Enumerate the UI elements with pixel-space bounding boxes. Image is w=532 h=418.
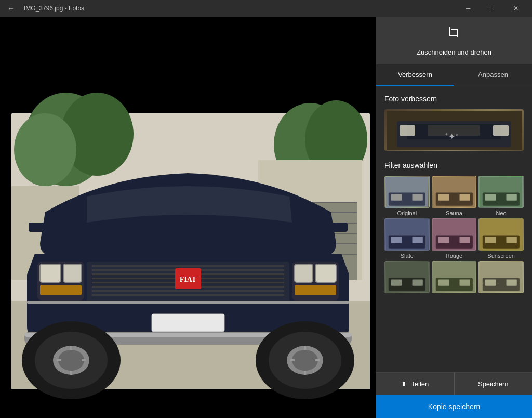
filter-label-original: Original — [397, 210, 417, 216]
svg-rect-29 — [40, 264, 61, 282]
svg-rect-94 — [438, 237, 449, 243]
svg-rect-65 — [451, 29, 458, 30]
window-controls: ─ □ ✕ — [456, 0, 528, 17]
enhance-preview-image: ✦ ✧ ✦ — [384, 109, 524, 151]
svg-text:✧: ✧ — [455, 132, 459, 138]
save-label: Speichern — [478, 380, 509, 388]
filter-label-neo: Neo — [496, 210, 507, 216]
svg-rect-79 — [412, 194, 422, 201]
crop-header: Zuschneiden und drehen — [376, 17, 532, 64]
filter-original[interactable]: Original — [384, 176, 430, 216]
share-icon: ⬆ — [401, 380, 407, 388]
svg-rect-95 — [459, 237, 470, 243]
filter-thumb-sauna — [432, 176, 477, 208]
window-title: IMG_3796.jpg - Fotos — [24, 5, 84, 12]
right-panel: Zuschneiden und drehen Verbessern Anpass… — [376, 17, 532, 418]
filter-thumb-original — [384, 176, 430, 208]
filter-label-slate: Slate — [401, 253, 414, 259]
svg-point-47 — [58, 350, 84, 371]
svg-rect-71 — [493, 125, 509, 136]
svg-rect-31 — [63, 264, 82, 282]
tabs-bar: Verbessern Anpassen — [376, 64, 532, 86]
filter-label-sauna: Sauna — [446, 210, 462, 216]
svg-text:FIAT: FIAT — [180, 276, 197, 283]
filter-grid-row1: Original Sauna — [384, 176, 524, 216]
save-copy-bar[interactable]: Kopie speichern — [376, 395, 532, 418]
svg-rect-61 — [29, 223, 44, 232]
crop-icon — [446, 25, 462, 45]
svg-rect-83 — [459, 194, 470, 201]
svg-rect-90 — [391, 237, 402, 243]
filter-row3b[interactable] — [432, 261, 477, 295]
filter-thumb-row3c — [478, 261, 524, 293]
filter-section-title: Filter auswählen — [384, 161, 524, 169]
svg-rect-107 — [459, 279, 470, 285]
svg-rect-25 — [92, 294, 284, 296]
filter-grid-row2: Slate Rouge — [384, 218, 524, 259]
filter-label-rouge: Rouge — [446, 253, 462, 259]
svg-rect-60 — [27, 301, 349, 304]
svg-rect-99 — [507, 237, 517, 243]
crop-title: Zuschneiden und drehen — [417, 48, 491, 56]
maximize-button[interactable]: □ — [480, 0, 504, 17]
svg-rect-87 — [507, 194, 517, 201]
photo-area: FIAT — [0, 17, 376, 418]
svg-rect-35 — [295, 264, 313, 282]
filter-thumb-neo — [478, 176, 524, 208]
svg-rect-102 — [391, 279, 402, 285]
filter-row3c[interactable] — [478, 261, 524, 295]
filter-label-sunscreen: Sunscreen — [487, 253, 515, 259]
svg-point-55 — [292, 350, 318, 371]
svg-rect-78 — [391, 194, 402, 201]
car-photo: FIAT — [4, 25, 373, 410]
svg-rect-62 — [332, 223, 348, 232]
svg-rect-86 — [485, 194, 496, 201]
svg-rect-64 — [449, 35, 458, 36]
filter-sauna[interactable]: Sauna — [432, 176, 477, 216]
titlebar-left: ← IMG_3796.jpg - Fotos — [4, 3, 84, 14]
tab-anpassen[interactable]: Anpassen — [454, 64, 532, 86]
svg-rect-39 — [295, 285, 336, 295]
svg-text:✦: ✦ — [445, 132, 448, 137]
filter-thumb-row3b — [432, 261, 477, 293]
svg-rect-103 — [412, 279, 422, 285]
svg-text:✦: ✦ — [448, 132, 455, 141]
enhance-section-title: Foto verbessern — [384, 95, 524, 103]
filter-thumb-slate — [384, 218, 430, 251]
svg-rect-33 — [40, 285, 82, 295]
svg-rect-110 — [485, 279, 496, 285]
filter-thumb-sunscreen — [478, 218, 524, 251]
minimize-button[interactable]: ─ — [456, 0, 480, 17]
main-content: FIAT — [0, 17, 532, 418]
svg-rect-82 — [438, 194, 449, 201]
bottom-buttons: ⬆ Teilen Speichern — [376, 372, 532, 395]
svg-rect-91 — [412, 237, 422, 243]
svg-rect-18 — [92, 265, 284, 267]
filter-rouge[interactable]: Rouge — [432, 218, 477, 259]
svg-rect-63 — [449, 27, 450, 36]
svg-rect-66 — [457, 29, 458, 37]
filter-sunscreen[interactable]: Sunscreen — [478, 218, 524, 259]
filter-row3a[interactable] — [384, 261, 430, 295]
filter-grid-row3 — [384, 261, 524, 295]
enhance-preview[interactable]: ✦ ✧ ✦ — [384, 109, 524, 151]
filter-thumb-rouge — [432, 218, 477, 251]
close-button[interactable]: ✕ — [504, 0, 528, 17]
share-button[interactable]: ⬆ Teilen — [376, 373, 454, 395]
save-button[interactable]: Speichern — [454, 373, 533, 395]
svg-point-5 — [14, 113, 76, 186]
svg-rect-106 — [438, 279, 449, 285]
tab-verbessern[interactable]: Verbessern — [376, 64, 454, 86]
svg-rect-111 — [507, 279, 517, 285]
titlebar: ← IMG_3796.jpg - Fotos ─ □ ✕ — [0, 0, 532, 17]
svg-rect-42 — [152, 314, 224, 332]
panel-content: Foto verbessern ✦ — [376, 86, 532, 372]
svg-rect-37 — [315, 264, 336, 282]
svg-rect-24 — [92, 290, 284, 292]
back-button[interactable]: ← — [4, 3, 18, 14]
share-label: Teilen — [411, 380, 429, 388]
filter-neo[interactable]: Neo — [478, 176, 524, 216]
svg-rect-70 — [400, 125, 415, 136]
filter-thumb-row3a — [384, 261, 430, 293]
filter-slate[interactable]: Slate — [384, 218, 430, 259]
